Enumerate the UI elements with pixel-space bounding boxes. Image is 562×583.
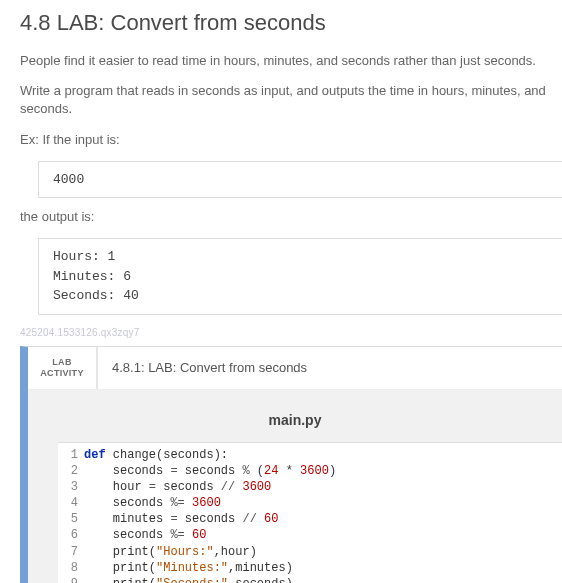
code-line[interactable]: 4 seconds %= 3600 bbox=[58, 495, 562, 511]
line-number: 2 bbox=[58, 463, 84, 479]
output-line: Hours: 1 bbox=[53, 247, 548, 267]
activity-title: 4.8.1: LAB: Convert from seconds bbox=[98, 360, 307, 375]
code-line[interactable]: 1def change(seconds): bbox=[58, 447, 562, 463]
line-number: 8 bbox=[58, 560, 84, 576]
line-number: 6 bbox=[58, 527, 84, 543]
code-line[interactable]: 5 minutes = seconds // 60 bbox=[58, 511, 562, 527]
line-number: 4 bbox=[58, 495, 84, 511]
output-label: the output is: bbox=[20, 208, 562, 226]
badge-line-2: ACTIVITY bbox=[32, 368, 92, 379]
code-line[interactable]: 7 print("Hours:",hour) bbox=[58, 544, 562, 560]
code-line[interactable]: 6 seconds %= 60 bbox=[58, 527, 562, 543]
line-number: 5 bbox=[58, 511, 84, 527]
badge-line-1: LAB bbox=[32, 357, 92, 368]
code-line[interactable]: 3 hour = seconds // 3600 bbox=[58, 479, 562, 495]
code-workspace: main.py 1def change(seconds): 2 seconds … bbox=[28, 390, 562, 583]
code-line[interactable]: 9 print("Seconds:",seconds) bbox=[58, 576, 562, 583]
example-label: Ex: If the input is: bbox=[20, 131, 562, 149]
example-output-box: Hours: 1 Minutes: 6 Seconds: 40 bbox=[38, 238, 562, 315]
line-number: 3 bbox=[58, 479, 84, 495]
line-number: 7 bbox=[58, 544, 84, 560]
line-number: 1 bbox=[58, 447, 84, 463]
code-editor[interactable]: 1def change(seconds): 2 seconds = second… bbox=[58, 442, 562, 583]
description-2: Write a program that reads in seconds as… bbox=[20, 82, 562, 118]
code-line[interactable]: 2 seconds = seconds % (24 * 3600) bbox=[58, 463, 562, 479]
page-title: 4.8 LAB: Convert from seconds bbox=[20, 10, 562, 36]
line-number: 9 bbox=[58, 576, 84, 583]
output-line: Minutes: 6 bbox=[53, 267, 548, 287]
activity-header: LAB ACTIVITY 4.8.1: LAB: Convert from se… bbox=[28, 347, 562, 390]
output-line: Seconds: 40 bbox=[53, 286, 548, 306]
example-input-box: 4000 bbox=[38, 161, 562, 199]
lab-activity-panel: LAB ACTIVITY 4.8.1: LAB: Convert from se… bbox=[20, 346, 562, 583]
activity-badge: LAB ACTIVITY bbox=[28, 347, 98, 389]
reference-id: 425204.1533126.qx3zqy7 bbox=[20, 327, 562, 338]
description-1: People find it easier to read time in ho… bbox=[20, 52, 562, 70]
code-line[interactable]: 8 print("Minutes:",minutes) bbox=[58, 560, 562, 576]
filename-tab[interactable]: main.py bbox=[58, 406, 532, 442]
